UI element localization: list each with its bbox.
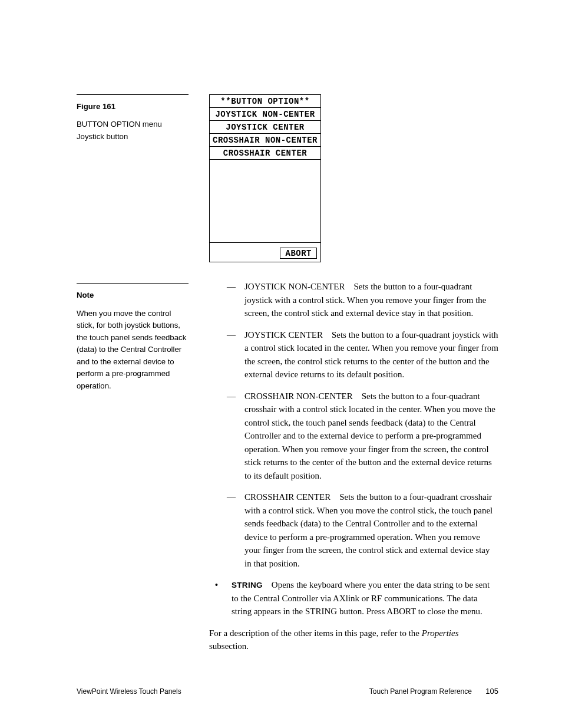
menu-item-joystick-center[interactable]: JOYSTICK CENTER [210, 121, 320, 134]
menu-item-joystick-non-center[interactable]: JOYSTICK NON-CENTER [210, 108, 320, 121]
description-list: — JOYSTICK NON-CENTER Sets the button to… [209, 280, 498, 618]
figure-caption-line-2: Joystick button [77, 131, 209, 143]
body-crosshair-center: Sets the button to a four-quadrant cross… [244, 492, 492, 568]
lead-crosshair-non-center: CROSSHAIR NON-CENTER [244, 391, 353, 401]
menu-item-crosshair-non-center[interactable]: CROSSHAIR NON-CENTER [210, 134, 320, 147]
item-string: • STRING Opens the keyboard where you en… [209, 578, 498, 618]
menu-title: **BUTTON OPTION** [210, 95, 320, 108]
note-block: Note When you move the control stick, fo… [77, 283, 209, 392]
item-joystick-non-center: — JOYSTICK NON-CENTER Sets the button to… [209, 280, 498, 320]
closing-paragraph: For a description of the other items in … [209, 627, 498, 653]
item-joystick-center: — JOYSTICK CENTER Sets the button to a f… [209, 328, 498, 381]
body-string: Opens the keyboard where you enter the d… [232, 580, 490, 616]
note-text: When you move the control stick, for bot… [77, 308, 189, 392]
item-crosshair-center: — CROSSHAIR CENTER Sets the button to a … [209, 490, 498, 570]
properties-ref: Properties [422, 628, 459, 638]
button-option-menu: **BUTTON OPTION** JOYSTICK NON-CENTER JO… [209, 94, 321, 262]
lead-crosshair-center: CROSSHAIR CENTER [244, 492, 330, 502]
lead-joystick-non-center: JOYSTICK NON-CENTER [244, 282, 345, 291]
figure-label: Figure 161 [77, 101, 209, 113]
lead-joystick-center: JOYSTICK CENTER [244, 330, 323, 340]
menu-item-crosshair-center[interactable]: CROSSHAIR CENTER [210, 147, 320, 160]
body-crosshair-non-center: Sets the button to a four-quadrant cross… [244, 391, 495, 480]
page-footer: ViewPoint Wireless Touch Panels Touch Pa… [77, 687, 498, 696]
footer-right: Touch Panel Program Reference [369, 687, 472, 696]
note-label: Note [77, 289, 209, 301]
figure-caption-line-1: BUTTON OPTION menu [77, 118, 209, 130]
item-crosshair-non-center: — CROSSHAIR NON-CENTER Sets the button t… [209, 390, 498, 483]
abort-button[interactable]: ABORT [280, 248, 317, 259]
figure-caption: Figure 161 BUTTON OPTION menu Joystick b… [77, 94, 209, 143]
lead-string: STRING [232, 581, 263, 589]
footer-left: ViewPoint Wireless Touch Panels [77, 687, 181, 696]
page-number: 105 [485, 687, 498, 696]
